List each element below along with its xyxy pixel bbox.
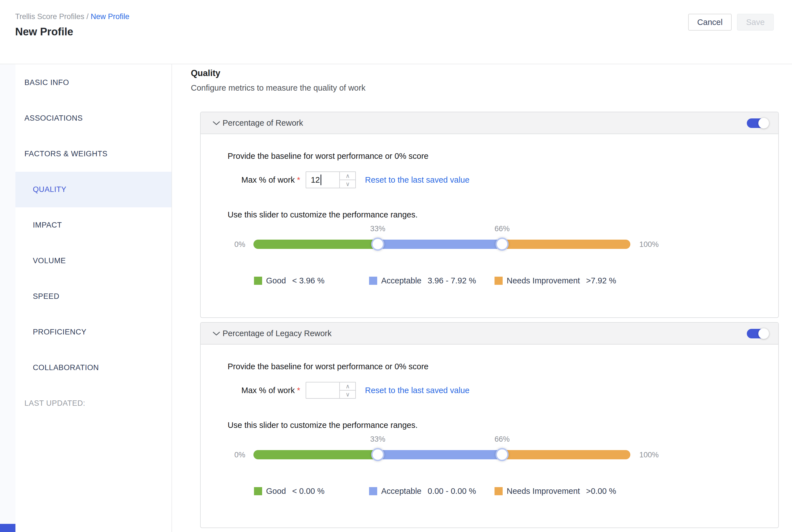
slider-min-label: 0% xyxy=(234,451,245,459)
spinner-up-button[interactable]: ∧ xyxy=(340,172,355,180)
chevron-down-icon[interactable] xyxy=(213,121,220,127)
required-marker: * xyxy=(297,386,300,395)
slider-segment-acceptable xyxy=(378,450,502,459)
spinner-down-button[interactable]: ∨ xyxy=(340,391,355,398)
acceptable-color-swatch xyxy=(369,487,377,495)
breadcrumb: Trellis Score Profiles / New Profile xyxy=(15,12,129,21)
last-updated-label: LAST UPDATED: xyxy=(15,385,171,421)
sidebar-item-volume[interactable]: VOLUME xyxy=(15,243,171,279)
slider-handle-2[interactable] xyxy=(496,448,509,461)
metric-card-header[interactable]: Percentage of Legacy Rework xyxy=(201,323,778,345)
sidebar-item-speed[interactable]: SPEED xyxy=(15,279,171,314)
left-rail-scroll-thumb[interactable] xyxy=(0,524,15,532)
toggle-knob xyxy=(758,118,769,129)
legend-item-acceptable: Acceptable 0.00 - 0.00 % xyxy=(369,487,476,496)
needs-improvement-color-swatch xyxy=(494,277,503,285)
max-percent-input[interactable]: ∧ ∨ xyxy=(306,382,356,399)
slider-segment-needs-improvement xyxy=(502,450,630,459)
legend-item-good: Good < 0.00 % xyxy=(254,487,324,496)
max-percent-label: Max % of work xyxy=(241,386,295,395)
metric-enabled-toggle[interactable] xyxy=(747,118,768,128)
legend-item-needs-improvement: Needs Improvement >7.92 % xyxy=(494,276,616,285)
save-button[interactable]: Save xyxy=(737,14,774,31)
slider-handle-1[interactable] xyxy=(371,448,384,461)
sidebar-item-collaboration[interactable]: COLLABORATION xyxy=(15,350,171,385)
sidebar-item-factors-weights[interactable]: FACTORS & WEIGHTS xyxy=(15,136,171,172)
page-header: Trellis Score Profiles / New Profile New… xyxy=(0,0,792,64)
slider-min-label: 0% xyxy=(234,240,245,249)
legend-range: 0.00 - 0.00 % xyxy=(428,487,476,496)
slider-segment-acceptable xyxy=(378,240,502,249)
left-rail xyxy=(0,64,15,532)
main-content: Quality Configure metrics to measure the… xyxy=(172,64,792,532)
metric-card-header[interactable]: Percentage of Rework xyxy=(201,112,778,134)
legend-range: >7.92 % xyxy=(586,276,616,285)
legend-item-good: Good < 3.96 % xyxy=(254,276,324,285)
metric-card-percentage-of-rework: Percentage of Rework Provide the baselin… xyxy=(200,112,779,318)
chevron-down-icon[interactable] xyxy=(213,331,220,337)
legend-name: Acceptable xyxy=(381,276,421,285)
sidebar-item-basic-info[interactable]: BASIC INFO xyxy=(15,65,171,100)
range-legend: Good < 0.00 % Acceptable 0.00 - 0.00 % N… xyxy=(201,487,778,496)
slider-track[interactable] xyxy=(253,450,630,459)
sidebar-item-proficiency[interactable]: PROFICIENCY xyxy=(15,314,171,350)
slider-segment-needs-improvement xyxy=(502,240,630,249)
good-color-swatch xyxy=(254,487,262,495)
slider-track[interactable] xyxy=(253,240,630,249)
number-spinner: ∧ ∨ xyxy=(339,382,355,398)
handle1-percent-label: 33% xyxy=(370,225,385,233)
acceptable-color-swatch xyxy=(369,277,377,285)
max-percent-value: 12 xyxy=(311,175,320,185)
section-title: Quality xyxy=(191,68,792,78)
handle2-percent-label: 66% xyxy=(494,435,510,443)
breadcrumb-root[interactable]: Trellis Score Profiles xyxy=(15,12,84,21)
reset-link[interactable]: Reset to the last saved value xyxy=(365,386,469,395)
metric-enabled-toggle[interactable] xyxy=(747,329,768,338)
sidebar-item-quality[interactable]: QUALITY xyxy=(15,172,171,207)
range-legend: Good < 3.96 % Acceptable 3.96 - 7.92 % N… xyxy=(201,276,778,285)
metric-card-percentage-of-legacy-rework: Percentage of Legacy Rework Provide the … xyxy=(200,322,779,528)
baseline-instruction: Provide the baseline for worst performan… xyxy=(201,152,778,161)
number-spinner: ∧ ∨ xyxy=(339,172,355,188)
legend-item-needs-improvement: Needs Improvement >0.00 % xyxy=(494,487,616,496)
legend-name: Needs Improvement xyxy=(507,487,580,496)
page-title: New Profile xyxy=(15,26,73,38)
performance-range-slider: 33% 66% 0% 100% xyxy=(201,430,778,472)
slider-segment-good xyxy=(253,450,378,459)
legend-name: Good xyxy=(266,276,286,285)
slider-instruction: Use this slider to customize the perform… xyxy=(201,421,778,430)
handle2-percent-label: 66% xyxy=(494,225,510,233)
sidebar-item-associations[interactable]: ASSOCIATIONS xyxy=(15,100,171,136)
toggle-knob xyxy=(758,328,769,339)
reset-link[interactable]: Reset to the last saved value xyxy=(365,175,469,185)
cancel-button[interactable]: Cancel xyxy=(688,14,732,31)
max-percent-row: Max % of work * ∧ ∨ Reset to the last sa… xyxy=(201,382,778,399)
max-percent-row: Max % of work * 12 ∧ ∨ Reset to the last… xyxy=(201,171,778,188)
required-marker: * xyxy=(297,175,300,185)
legend-name: Good xyxy=(266,487,286,496)
spinner-down-button[interactable]: ∨ xyxy=(340,180,355,188)
slider-max-label: 100% xyxy=(639,240,659,249)
legend-range: < 3.96 % xyxy=(292,276,324,285)
baseline-instruction: Provide the baseline for worst performan… xyxy=(201,362,778,371)
slider-segment-good xyxy=(253,240,378,249)
section-subtitle: Configure metrics to measure the quality… xyxy=(191,83,792,93)
breadcrumb-current[interactable]: New Profile xyxy=(91,12,129,21)
max-percent-input[interactable]: 12 ∧ ∨ xyxy=(306,171,356,188)
slider-max-label: 100% xyxy=(639,451,659,459)
performance-range-slider: 33% 66% 0% 100% xyxy=(201,220,778,262)
sidebar-item-impact[interactable]: IMPACT xyxy=(15,207,171,243)
legend-range: >0.00 % xyxy=(586,487,616,496)
slider-handle-2[interactable] xyxy=(496,238,509,251)
slider-handle-1[interactable] xyxy=(371,238,384,251)
settings-sidebar: BASIC INFO ASSOCIATIONS FACTORS & WEIGHT… xyxy=(15,64,172,532)
max-percent-label: Max % of work xyxy=(241,175,295,185)
slider-instruction: Use this slider to customize the perform… xyxy=(201,210,778,220)
legend-item-acceptable: Acceptable 3.96 - 7.92 % xyxy=(369,276,476,285)
text-caret xyxy=(321,174,321,185)
spinner-up-button[interactable]: ∧ xyxy=(340,382,355,391)
legend-range: < 0.00 % xyxy=(292,487,324,496)
metric-title: Percentage of Legacy Rework xyxy=(223,329,332,338)
legend-name: Needs Improvement xyxy=(507,276,580,285)
handle1-percent-label: 33% xyxy=(370,435,385,443)
